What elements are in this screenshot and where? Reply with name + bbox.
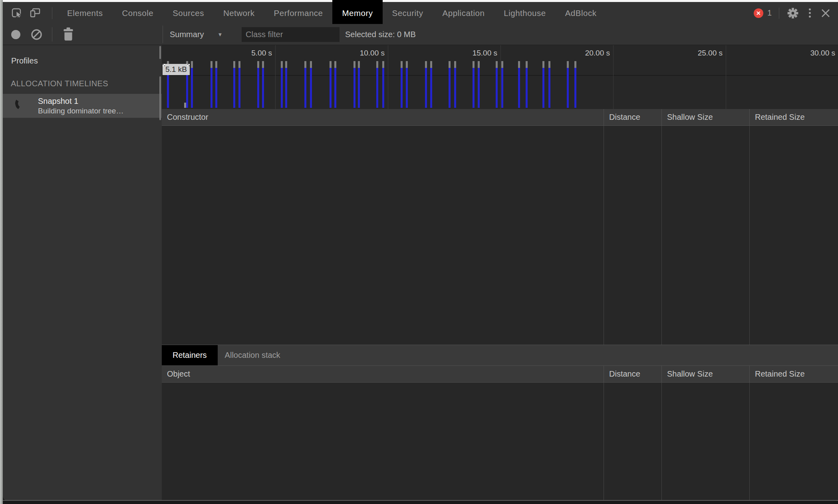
retainers-grid-body[interactable] bbox=[162, 383, 838, 500]
device-toolbar-button[interactable] bbox=[27, 5, 43, 21]
timeline-tick-label: 20.00 s bbox=[585, 49, 610, 58]
profiles-heading: Profiles bbox=[11, 56, 38, 65]
allocation-bar bbox=[334, 61, 336, 108]
allocation-bar bbox=[454, 61, 456, 108]
devtools-tabbar: ElementsConsoleSourcesNetworkPerformance… bbox=[3, 2, 838, 24]
timeline-gridline bbox=[613, 45, 614, 109]
column-header-retained-size[interactable]: Retained Size bbox=[749, 109, 838, 125]
tab-sources[interactable]: Sources bbox=[163, 2, 214, 24]
column-header-shallow-size[interactable]: Shallow Size bbox=[661, 109, 749, 125]
timeline-gridline bbox=[726, 45, 726, 109]
column-separator bbox=[604, 383, 604, 500]
allocation-bar bbox=[473, 61, 475, 108]
close-icon[interactable] bbox=[820, 8, 831, 18]
tab-retainers[interactable]: Retainers bbox=[162, 345, 218, 365]
inspect-element-button[interactable] bbox=[8, 5, 24, 21]
snapshot-list-item[interactable]: Snapshot 1 Building dominator tree… bbox=[3, 94, 162, 118]
column-header-distance[interactable]: Distance bbox=[604, 366, 661, 382]
panel-tabs: ElementsConsoleSourcesNetworkPerformance… bbox=[58, 2, 606, 24]
trash-icon bbox=[62, 27, 74, 42]
allocation-bar bbox=[215, 61, 217, 108]
memory-toolbar: Summary ▼ Selected size: 0 MB bbox=[3, 24, 838, 45]
allocation-bar bbox=[238, 61, 240, 108]
allocation-bar bbox=[358, 61, 360, 108]
device-toolbar-icon bbox=[29, 7, 41, 18]
timeline-max-size-label: 5.1 kB bbox=[163, 64, 190, 75]
selection-handle-icon bbox=[187, 64, 190, 66]
error-badge-icon[interactable]: ✕ bbox=[754, 8, 763, 18]
column-header-shallow-size[interactable]: Shallow Size bbox=[661, 366, 749, 382]
class-filter-input[interactable] bbox=[242, 27, 340, 42]
tab-security[interactable]: Security bbox=[383, 2, 433, 24]
allocation-bar bbox=[542, 61, 544, 108]
tab-performance[interactable]: Performance bbox=[264, 2, 333, 24]
column-separator bbox=[604, 126, 604, 345]
allocation-bar bbox=[262, 61, 264, 108]
allocation-bar bbox=[406, 61, 408, 108]
allocation-bar bbox=[574, 61, 576, 108]
sidebar-scrollbar-thumb[interactable] bbox=[159, 76, 161, 120]
timeline-gridline bbox=[500, 45, 501, 109]
allocation-bar bbox=[567, 61, 569, 108]
column-header-distance[interactable]: Distance bbox=[604, 109, 661, 125]
tab-adblock[interactable]: AdBlock bbox=[556, 2, 606, 24]
allocation-timeline-overview[interactable]: 5.00 s10.00 s15.00 s20.00 s25.00 s30.00 … bbox=[162, 45, 838, 109]
perspective-select[interactable]: Summary ▼ bbox=[170, 24, 222, 45]
retainers-tab-bar: RetainersAllocation stack bbox=[162, 345, 838, 365]
toolbar-separator bbox=[52, 27, 52, 42]
more-options-icon[interactable] bbox=[809, 8, 811, 18]
max-size-text: 5.1 kB bbox=[165, 65, 187, 74]
tab-allocation-stack[interactable]: Allocation stack bbox=[218, 345, 288, 365]
error-count: 1 bbox=[767, 8, 772, 18]
allocation-bar bbox=[330, 61, 332, 108]
record-button[interactable] bbox=[11, 30, 20, 39]
column-header-constructor[interactable]: Constructor bbox=[162, 109, 604, 125]
allocation-timelines-heading: ALLOCATION TIMELINES bbox=[11, 79, 108, 88]
tab-elements[interactable]: Elements bbox=[58, 2, 112, 24]
allocation-bar bbox=[401, 61, 403, 108]
selection-handle-icon bbox=[163, 64, 165, 66]
allocation-bar bbox=[353, 61, 355, 108]
column-header-object[interactable]: Object bbox=[162, 366, 604, 382]
tab-lighthouse[interactable]: Lighthouse bbox=[494, 2, 555, 24]
tabbar-right-controls: ✕ 1 bbox=[754, 2, 831, 24]
devtools-window: ElementsConsoleSourcesNetworkPerformance… bbox=[0, 0, 838, 504]
tabbar-right-separator bbox=[779, 8, 779, 19]
toolbar-separator-2 bbox=[163, 26, 163, 43]
timeline-gridline bbox=[388, 45, 388, 109]
column-separator bbox=[661, 126, 662, 345]
column-separator bbox=[749, 126, 750, 345]
chevron-down-icon: ▼ bbox=[218, 32, 223, 38]
allocation-bar bbox=[210, 61, 212, 108]
allocation-bar bbox=[257, 61, 259, 108]
allocation-bar bbox=[526, 61, 528, 108]
allocation-bar bbox=[425, 61, 427, 108]
timeline-tick-label: 25.00 s bbox=[698, 49, 723, 58]
allocation-bar bbox=[518, 61, 520, 108]
allocation-bar bbox=[496, 61, 498, 108]
settings-gear-icon[interactable] bbox=[786, 7, 799, 20]
allocation-bar bbox=[285, 61, 287, 108]
allocation-bar bbox=[478, 61, 480, 108]
tab-network[interactable]: Network bbox=[214, 2, 264, 24]
timeline-tick-label: 30.00 s bbox=[810, 49, 835, 58]
allocation-bar bbox=[548, 61, 550, 108]
tab-console[interactable]: Console bbox=[112, 2, 163, 24]
tab-memory[interactable]: Memory bbox=[332, 0, 382, 24]
sidebar-scrollbar-segment[interactable] bbox=[159, 46, 161, 59]
delete-profile-button[interactable] bbox=[62, 27, 74, 42]
clear-button[interactable] bbox=[29, 27, 44, 42]
allocation-bar bbox=[430, 61, 432, 108]
memory-panel-main: 5.00 s10.00 s15.00 s20.00 s25.00 s30.00 … bbox=[162, 45, 838, 500]
allocation-bar bbox=[449, 61, 451, 108]
column-separator bbox=[661, 383, 662, 500]
snapshot-status: Building dominator tree… bbox=[38, 107, 123, 115]
heap-grid-body[interactable] bbox=[162, 126, 838, 345]
retainers-grid-header: ObjectDistanceShallow SizeRetained Size bbox=[162, 365, 838, 383]
allocation-bar bbox=[233, 61, 235, 108]
column-header-retained-size[interactable]: Retained Size bbox=[749, 366, 838, 382]
perspective-select-label: Summary bbox=[170, 30, 204, 39]
snapshot-title: Snapshot 1 bbox=[38, 97, 78, 106]
tabbar-separator bbox=[52, 7, 52, 19]
tab-application[interactable]: Application bbox=[433, 2, 494, 24]
